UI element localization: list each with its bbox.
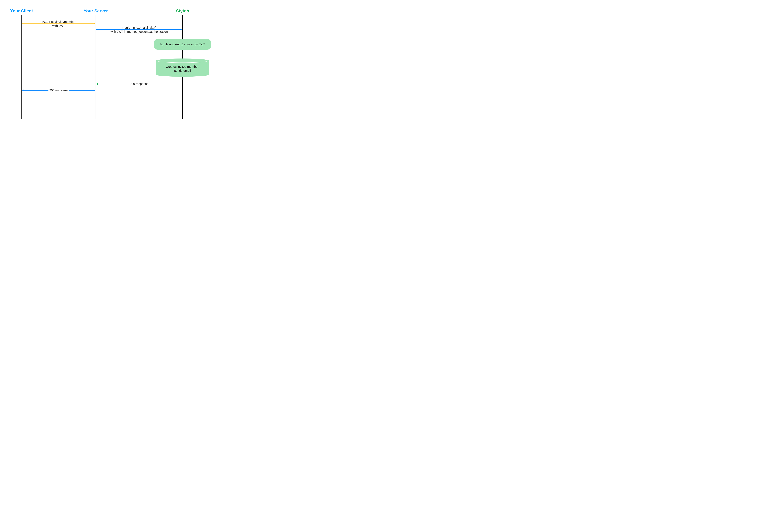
- label-post-invite-l1: POST api/invite/member: [42, 20, 75, 23]
- participant-server-label: Your Server: [84, 8, 108, 13]
- note-authn-authz-text: AuthN and AuthZ checks on JWT: [160, 43, 205, 46]
- participant-stytch-label: Stytch: [176, 8, 189, 13]
- note-authn-authz: AuthN and AuthZ checks on JWT: [154, 39, 211, 50]
- label-post-invite: POST api/invite/member with JWT: [42, 20, 75, 28]
- arrowhead-200-server: [22, 90, 23, 91]
- note-creates-member: Creates invited member, sends email: [156, 61, 209, 75]
- arrowhead-200-stytch: [96, 83, 98, 85]
- note-creates-member-body: Creates invited member, sends email: [156, 61, 209, 75]
- note-creates-member-l1: Creates invited member,: [166, 65, 199, 68]
- lifeline-server: [96, 15, 96, 119]
- participant-client-label: Your Client: [10, 8, 33, 13]
- label-magic-link-l2: with JWT in method_options.authorization: [111, 30, 168, 33]
- label-200-stytch: 200 response: [129, 82, 149, 86]
- label-post-invite-l2: with JWT: [52, 24, 65, 27]
- label-magic-link-l1: magic_links.email.invite(): [122, 26, 156, 29]
- sequence-diagram: Your Client Your Server Stytch POST api/…: [0, 0, 225, 126]
- arrowhead-post-invite: [94, 23, 95, 25]
- lifeline-client: [21, 15, 22, 119]
- label-magic-link: magic_links.email.invite() with JWT in m…: [111, 26, 168, 34]
- arrowhead-magic-link: [181, 29, 182, 30]
- note-creates-member-l2: sends email: [174, 69, 191, 72]
- label-200-server: 200 response: [48, 88, 69, 92]
